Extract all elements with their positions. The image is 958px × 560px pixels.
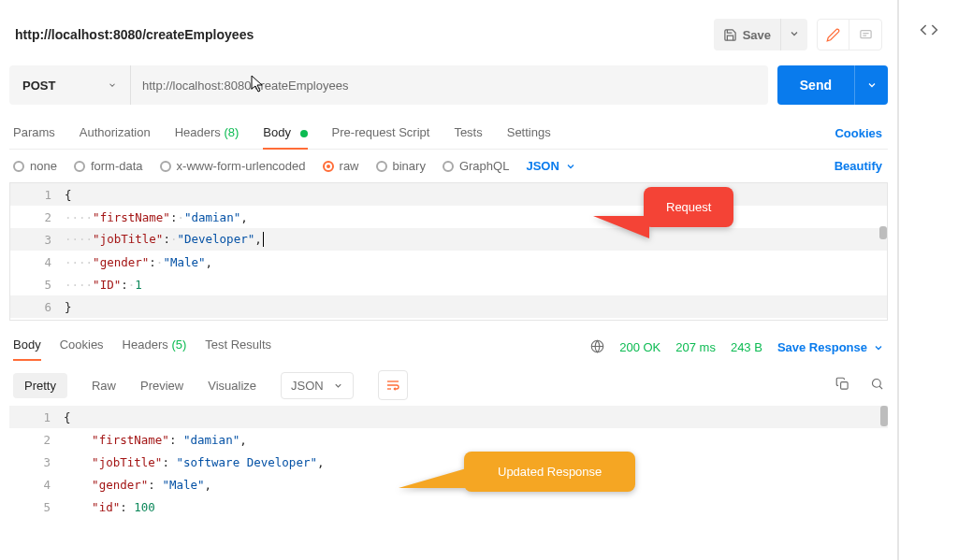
chevron-down-icon <box>873 342 884 353</box>
code-icon <box>920 21 938 39</box>
body-modified-dot <box>300 130 308 137</box>
text-cursor <box>263 232 264 247</box>
send-dropdown[interactable] <box>854 65 888 105</box>
bodytype-xwww[interactable]: x-www-form-urlencoded <box>160 159 306 173</box>
url-input[interactable]: http://localhost:8080/createEmployees <box>131 65 768 105</box>
callout-response: Updated Response <box>464 452 635 492</box>
edit-button[interactable] <box>818 20 849 50</box>
globe-icon[interactable] <box>590 339 604 356</box>
save-button[interactable]: Save <box>714 19 781 50</box>
bodytype-raw[interactable]: raw <box>323 159 359 173</box>
response-view-pretty[interactable]: Pretty <box>13 373 67 398</box>
response-size: 243 B <box>731 340 762 354</box>
send-button[interactable]: Send <box>777 65 854 105</box>
tab-tests[interactable]: Tests <box>454 118 482 149</box>
response-headers-count: (5) <box>171 337 186 352</box>
save-icon <box>723 28 737 42</box>
save-dropdown[interactable] <box>781 28 807 42</box>
callout-request: Request <box>644 187 733 227</box>
tab-body-label: Body <box>263 125 291 139</box>
res-jobtitle-value: "software Developer" <box>176 455 317 469</box>
chevron-down-icon <box>108 80 117 90</box>
save-label: Save <box>743 28 771 42</box>
response-tab-cookies[interactable]: Cookies <box>60 334 104 361</box>
raw-format-select[interactable]: JSON <box>526 159 575 173</box>
req-gender-value: "Male" <box>163 255 205 269</box>
mouse-cursor-icon <box>251 75 266 93</box>
cookies-link[interactable]: Cookies <box>833 119 884 148</box>
search-icon <box>870 377 884 391</box>
response-tab-testresults[interactable]: Test Results <box>205 334 271 361</box>
tab-headers-label: Headers <box>175 125 221 139</box>
headers-count: (8) <box>224 125 239 139</box>
search-response-button[interactable] <box>870 377 884 394</box>
scrollbar[interactable] <box>879 226 887 239</box>
code-snippet-button[interactable] <box>920 21 938 560</box>
tab-prerequest[interactable]: Pre-request Script <box>332 118 430 149</box>
copy-response-button[interactable] <box>835 377 849 394</box>
req-firstname-value: "damian" <box>184 210 240 224</box>
chevron-down-icon <box>565 161 576 172</box>
wrap-lines-button[interactable] <box>378 370 408 400</box>
tab-params[interactable]: Params <box>13 118 55 149</box>
response-status: 200 OK <box>619 340 660 354</box>
url-text: http://localhost:8080/createEmployees <box>142 79 348 93</box>
chevron-down-icon <box>789 28 800 39</box>
response-tab-body[interactable]: Body <box>13 334 41 361</box>
wrap-icon <box>385 378 400 393</box>
response-view-preview[interactable]: Preview <box>140 373 183 398</box>
response-view-visualize[interactable]: Visualize <box>208 373 256 398</box>
svg-point-8 <box>873 380 881 388</box>
tab-body[interactable]: Body <box>263 118 307 149</box>
res-gender-value: "Male" <box>162 478 204 492</box>
tab-headers[interactable]: Headers (8) <box>175 118 240 149</box>
pencil-icon <box>826 28 840 42</box>
res-firstname-value: "damian" <box>183 433 240 447</box>
bodytype-none[interactable]: none <box>13 159 57 173</box>
req-id-value: 1 <box>135 278 142 292</box>
beautify-link[interactable]: Beautify <box>835 159 884 173</box>
copy-icon <box>835 377 849 391</box>
response-view-raw[interactable]: Raw <box>92 373 116 398</box>
response-time: 207 ms <box>675 340 716 354</box>
bodytype-formdata[interactable]: form-data <box>74 159 143 173</box>
tab-authorization[interactable]: Authorization <box>80 118 151 149</box>
chevron-down-icon <box>866 79 878 91</box>
response-body-viewer[interactable]: 1{ 2 "firstName": "damian", 3 "jobTitle"… <box>9 406 888 518</box>
request-title: http://localhost:8080/createEmployees <box>15 27 254 42</box>
method-label: POST <box>22 79 55 93</box>
request-body-editor[interactable]: 1{ 2····"firstName":·"damian", 3····"job… <box>9 182 888 321</box>
comment-button[interactable] <box>849 20 881 50</box>
comment-icon <box>859 28 873 42</box>
chevron-down-icon <box>333 381 343 391</box>
response-tab-headers[interactable]: Headers (5) <box>123 334 187 361</box>
method-select[interactable]: POST <box>9 65 131 105</box>
bodytype-graphql[interactable]: GraphQL <box>443 159 509 173</box>
req-jobtitle-value: "Developer" <box>177 232 254 246</box>
tab-settings[interactable]: Settings <box>507 118 551 149</box>
response-format-select[interactable]: JSON <box>281 372 354 399</box>
svg-rect-0 <box>860 30 870 37</box>
svg-line-9 <box>879 386 882 389</box>
scrollbar[interactable] <box>880 406 888 426</box>
save-response-dropdown[interactable]: Save Response <box>777 340 884 354</box>
bodytype-binary[interactable]: binary <box>376 159 426 173</box>
res-id-value: 100 <box>134 500 155 514</box>
svg-rect-7 <box>841 382 849 390</box>
